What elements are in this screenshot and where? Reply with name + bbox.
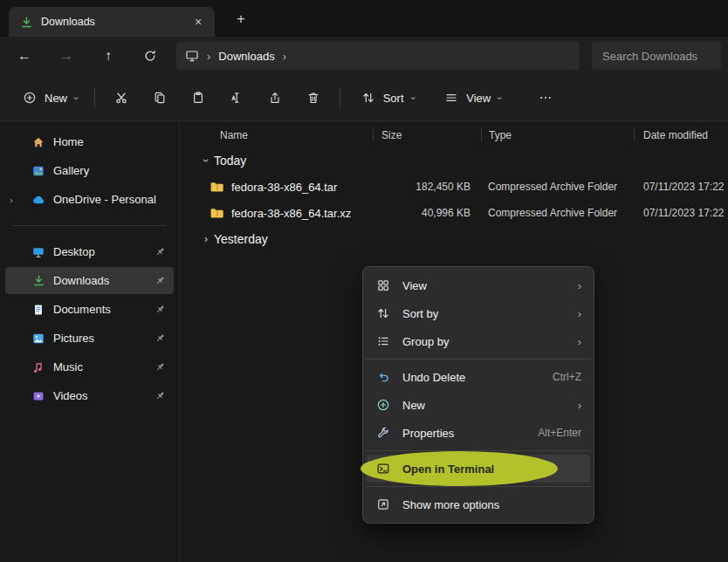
menu-item-group-by[interactable]: Group by › bbox=[367, 327, 590, 355]
group-by-icon bbox=[375, 334, 391, 348]
downloads-icon bbox=[19, 15, 33, 29]
group-header-today[interactable]: › Today bbox=[180, 147, 728, 174]
sidebar-item-onedrive[interactable]: › OneDrive - Personal bbox=[5, 186, 174, 213]
command-toolbar: New › Sort › bbox=[0, 75, 728, 121]
file-row-tar[interactable]: fedora-38-x86_64.tar 182,450 KB Compress… bbox=[180, 174, 728, 200]
column-header-size[interactable]: Size bbox=[374, 123, 482, 147]
menu-item-open-in-terminal[interactable]: Open in Terminal bbox=[367, 455, 590, 483]
refresh-button[interactable] bbox=[133, 42, 168, 70]
sort-button-label: Sort bbox=[383, 92, 404, 105]
column-header-date-modified[interactable]: Date modified bbox=[635, 123, 728, 147]
chevron-right-icon: › bbox=[578, 335, 581, 348]
group-header-yesterday[interactable]: › Yesterday bbox=[180, 226, 728, 252]
pin-icon bbox=[154, 360, 167, 374]
cut-button[interactable] bbox=[102, 83, 141, 113]
downloads-icon bbox=[31, 274, 45, 288]
chevron-right-icon[interactable]: › bbox=[283, 51, 286, 62]
chevron-right-icon[interactable]: › bbox=[204, 234, 208, 244]
menu-shortcut: Ctrl+Z bbox=[553, 371, 581, 383]
search-placeholder: Search Downloads bbox=[602, 50, 697, 63]
toolbar-separator bbox=[94, 87, 95, 108]
sort-button[interactable]: Sort › bbox=[353, 83, 424, 113]
documents-icon bbox=[31, 303, 45, 317]
chevron-down-icon[interactable]: › bbox=[201, 159, 211, 162]
column-headers: Name Size Type Date modified bbox=[180, 123, 728, 147]
context-menu: View › Sort by › Group by › Undo Delete … bbox=[362, 266, 594, 524]
copy-button[interactable] bbox=[141, 83, 179, 113]
videos-icon bbox=[31, 389, 45, 403]
column-header-type[interactable]: Type bbox=[482, 123, 635, 147]
sidebar-item-desktop[interactable]: Desktop bbox=[5, 238, 174, 265]
search-input[interactable]: Search Downloads bbox=[592, 42, 721, 70]
sidebar-item-gallery[interactable]: Gallery bbox=[5, 157, 174, 184]
sidebar: Home Gallery › OneDrive - Personal bbox=[0, 121, 179, 562]
archive-folder-icon bbox=[209, 206, 224, 220]
tab-downloads[interactable]: Downloads × bbox=[9, 7, 215, 37]
pin-icon bbox=[154, 274, 167, 287]
share-button[interactable] bbox=[256, 83, 294, 113]
sidebar-item-videos[interactable]: Videos bbox=[5, 382, 174, 409]
menu-separator bbox=[365, 486, 592, 487]
forward-button[interactable]: → bbox=[49, 42, 84, 70]
menu-item-new[interactable]: New › bbox=[367, 391, 590, 419]
terminal-icon bbox=[375, 462, 391, 476]
view-button-label: View bbox=[466, 92, 491, 105]
sidebar-item-documents[interactable]: Documents bbox=[5, 296, 174, 323]
menu-item-properties[interactable]: Properties Alt+Enter bbox=[367, 419, 590, 447]
sidebar-item-label: Home bbox=[53, 135, 84, 148]
menu-item-sort-by[interactable]: Sort by › bbox=[367, 299, 590, 327]
back-button[interactable]: ← bbox=[7, 42, 42, 70]
chevron-down-icon: › bbox=[495, 96, 505, 99]
new-tab-button[interactable]: + bbox=[229, 7, 253, 31]
pictures-icon bbox=[31, 332, 45, 346]
menu-item-label: Group by bbox=[402, 335, 449, 348]
address-bar[interactable]: › Downloads › bbox=[176, 42, 580, 70]
menu-item-label: Undo Delete bbox=[402, 371, 465, 384]
chevron-right-icon: › bbox=[578, 307, 581, 320]
back-icon: ← bbox=[17, 48, 31, 64]
menu-shortcut: Alt+Enter bbox=[538, 427, 581, 439]
file-name: fedora-38-x86_64.tar.xz bbox=[231, 207, 351, 220]
menu-item-view[interactable]: View › bbox=[367, 271, 590, 299]
menu-separator bbox=[365, 359, 592, 360]
pin-icon bbox=[154, 332, 167, 345]
archive-folder-icon bbox=[209, 180, 224, 194]
column-header-name[interactable]: Name bbox=[180, 123, 374, 147]
file-row-tar-xz[interactable]: fedora-38-x86_64.tar.xz 40,996 KB Compre… bbox=[180, 200, 728, 226]
file-type: Compressed Archive Folder bbox=[488, 207, 617, 219]
chevron-right-icon[interactable]: › bbox=[10, 195, 13, 205]
paste-button[interactable] bbox=[179, 83, 217, 113]
menu-item-undo-delete[interactable]: Undo Delete Ctrl+Z bbox=[367, 363, 590, 391]
breadcrumb-downloads[interactable]: Downloads bbox=[218, 50, 274, 63]
tab-bar: Downloads × + bbox=[0, 0, 728, 37]
rename-button[interactable] bbox=[217, 83, 256, 113]
file-explorer-window: Downloads × + ← → ↑ › Downloads › Search… bbox=[0, 0, 728, 562]
delete-button[interactable] bbox=[294, 83, 333, 113]
circle-plus-icon bbox=[375, 398, 391, 412]
more-options-button[interactable] bbox=[526, 83, 565, 113]
pin-icon bbox=[154, 245, 167, 258]
desktop-icon bbox=[31, 245, 45, 259]
sidebar-item-pictures[interactable]: Pictures bbox=[5, 325, 174, 352]
menu-item-show-more-options[interactable]: Show more options bbox=[367, 490, 590, 518]
file-type: Compressed Archive Folder bbox=[488, 181, 617, 193]
circle-plus-icon bbox=[23, 91, 37, 105]
tab-close-icon[interactable]: × bbox=[189, 12, 208, 31]
sidebar-item-label: Pictures bbox=[53, 332, 94, 345]
show-more-icon bbox=[375, 497, 391, 511]
sidebar-item-music[interactable]: Music bbox=[5, 353, 174, 380]
file-size: 182,450 KB bbox=[416, 181, 470, 193]
group-label: Today bbox=[214, 154, 246, 168]
up-button[interactable]: ↑ bbox=[91, 42, 126, 70]
group-label: Yesterday bbox=[214, 232, 268, 246]
file-name: fedora-38-x86_64.tar bbox=[231, 181, 337, 194]
sidebar-item-home[interactable]: Home bbox=[5, 128, 174, 155]
new-button[interactable]: New › bbox=[14, 83, 87, 113]
pin-icon bbox=[154, 303, 167, 316]
pin-icon bbox=[154, 389, 167, 402]
sort-icon bbox=[361, 91, 375, 105]
view-button[interactable]: View › bbox=[436, 83, 511, 113]
undo-icon bbox=[375, 370, 391, 384]
new-button-label: New bbox=[45, 92, 67, 105]
sidebar-item-downloads[interactable]: Downloads bbox=[5, 267, 174, 294]
